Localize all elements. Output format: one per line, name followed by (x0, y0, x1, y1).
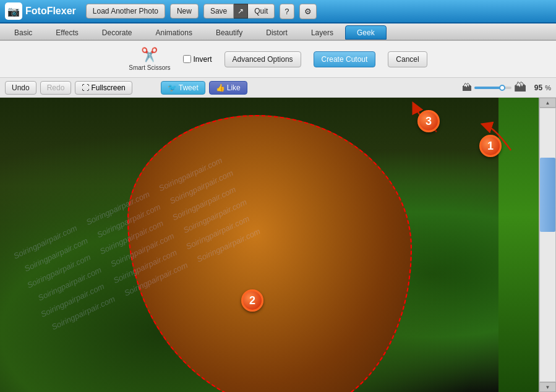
undo-button[interactable]: Undo (5, 81, 36, 95)
zoom-value: 95 (529, 83, 542, 92)
scissors-icon: ✂️ (141, 47, 158, 63)
tab-geek[interactable]: Geek (345, 25, 387, 40)
settings-button[interactable]: ⚙ (299, 4, 317, 19)
help-button[interactable]: ? (280, 4, 294, 19)
scroll-down-arrow[interactable]: ▼ (539, 382, 556, 392)
new-button[interactable]: New (170, 4, 199, 19)
scroll-thumb[interactable] (540, 158, 555, 232)
scroll-track[interactable] (539, 108, 556, 382)
camera-icon: 📷 (5, 2, 22, 20)
like-label: Like (227, 83, 241, 92)
advanced-options-button[interactable]: Advanced Options (225, 51, 301, 67)
cancel-button[interactable]: Cancel (388, 51, 427, 67)
fullscreen-button[interactable]: ⛶ Fullscreen (75, 81, 132, 95)
save-quit-group: Save ↗ Quit (203, 4, 275, 19)
tool-area: ✂️ Smart Scissors Invert Advanced Option… (0, 41, 556, 78)
zoom-slider[interactable] (474, 87, 511, 89)
dog-body (127, 115, 412, 392)
fullscreen-icon: ⛶ (82, 83, 89, 92)
right-scrollbar: ▲ ▼ (539, 98, 556, 392)
tab-distort[interactable]: Distort (254, 25, 299, 40)
tweet-button[interactable]: 🐦 Tweet (161, 81, 205, 95)
cutout-border (127, 115, 412, 392)
export-icon-button[interactable]: ↗ (234, 4, 248, 19)
invert-label[interactable]: Invert (194, 55, 212, 64)
zoom-in-icon[interactable]: 🏔 (514, 80, 526, 95)
zoom-area: 🏔 🏔 95 % (462, 80, 551, 95)
invert-checkbox[interactable] (183, 55, 191, 63)
tab-bar: Basic Effects Decorate Animations Beauti… (0, 23, 556, 41)
zoom-percent: % (545, 84, 551, 92)
badge-2: 2 (241, 289, 263, 312)
canvas-area[interactable]: Soiringpairpair.com Soiringpairpair.com … (0, 98, 539, 392)
tab-animations[interactable]: Animations (144, 25, 204, 40)
badge-1: 1 (479, 135, 502, 157)
action-bar: Undo Redo ⛶ Fullscreen 🐦 Tweet 👍 Like 🏔 … (0, 78, 556, 98)
tool-label: Smart Scissors (129, 64, 170, 71)
like-button[interactable]: 👍 Like (209, 81, 247, 95)
app-logo: 📷 FotoFlexer (5, 2, 76, 20)
tab-basic[interactable]: Basic (2, 25, 44, 40)
app-name: FotoFlexer (25, 6, 76, 17)
create-cutout-button[interactable]: Create Cutout (314, 51, 376, 67)
tweet-label: Tweet (179, 83, 199, 92)
fullscreen-label: Fullscreen (91, 83, 125, 92)
like-icon: 👍 (216, 83, 225, 92)
badge-3-container: 3 (417, 110, 440, 132)
twitter-icon: 🐦 (168, 83, 177, 92)
scroll-up-arrow[interactable]: ▲ (539, 98, 556, 108)
tab-decorate[interactable]: Decorate (90, 25, 144, 40)
load-another-button[interactable]: Load Another Photo (86, 4, 165, 19)
main-area: Soiringpairpair.com Soiringpairpair.com … (0, 98, 556, 392)
tab-layers[interactable]: Layers (299, 25, 345, 40)
badge-3: 3 (417, 110, 440, 132)
tab-effects[interactable]: Effects (44, 25, 90, 40)
dog-image (0, 98, 539, 392)
save-button[interactable]: Save (203, 4, 234, 19)
smart-scissors-tool[interactable]: ✂️ Smart Scissors (129, 47, 170, 71)
redo-button[interactable]: Redo (40, 81, 72, 95)
zoom-out-icon[interactable]: 🏔 (462, 82, 472, 93)
quit-button[interactable]: Quit (248, 4, 275, 19)
invert-checkbox-area: Invert (183, 55, 212, 64)
tab-beautify[interactable]: Beautify (204, 25, 254, 40)
app-header: 📷 FotoFlexer Load Another Photo New Save… (0, 0, 556, 23)
